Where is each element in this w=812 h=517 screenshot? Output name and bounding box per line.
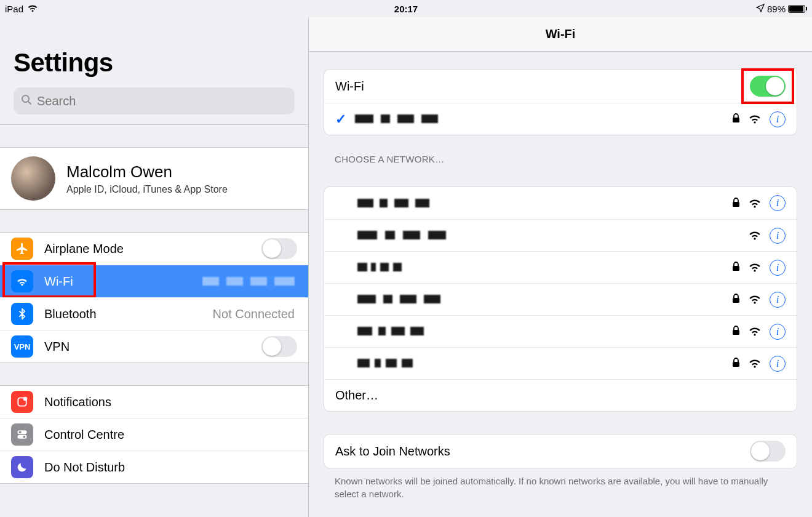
connected-ssid bbox=[355, 112, 447, 126]
lock-icon bbox=[732, 262, 740, 273]
page-title: Settings bbox=[0, 17, 308, 82]
lock-icon bbox=[732, 326, 740, 337]
svg-rect-10 bbox=[733, 266, 739, 271]
bluetooth-label: Bluetooth bbox=[44, 307, 213, 321]
search-field[interactable] bbox=[14, 87, 295, 114]
wifi-signal-icon bbox=[749, 295, 761, 304]
wifi-signal-icon bbox=[749, 114, 761, 124]
account-subtitle: Apple ID, iCloud, iTunes & App Store bbox=[66, 184, 228, 195]
wifi-master-toggle[interactable] bbox=[750, 76, 786, 97]
battery-icon bbox=[788, 5, 807, 13]
available-networks-list: i i i i i i Other… bbox=[324, 186, 797, 412]
network-ssid bbox=[357, 292, 450, 307]
wifi-signal-icon bbox=[749, 199, 761, 208]
detail-panel: Wi-Fi Wi-Fi ✓ bbox=[309, 17, 812, 517]
settings-sidebar: Settings Malcolm Owen Apple ID, iCloud, … bbox=[0, 17, 309, 517]
bluetooth-value: Not Connected bbox=[213, 307, 297, 321]
svg-rect-13 bbox=[733, 362, 739, 367]
info-button[interactable]: i bbox=[770, 356, 786, 372]
svg-point-6 bbox=[19, 431, 22, 433]
ask-to-join-row: Ask to Join Networks bbox=[324, 435, 797, 468]
lock-icon bbox=[732, 113, 740, 125]
sidebar-item-notifications[interactable]: Notifications bbox=[0, 386, 308, 418]
info-button[interactable]: i bbox=[770, 292, 786, 308]
info-button[interactable]: i bbox=[770, 324, 786, 340]
other-network-row[interactable]: Other… bbox=[324, 379, 797, 411]
battery-percent: 89% bbox=[767, 4, 786, 14]
network-ssid bbox=[357, 228, 456, 242]
ask-to-join-footer: Known networks will be joined automatica… bbox=[324, 468, 797, 500]
sidebar-item-do-not-disturb[interactable]: Do Not Disturb bbox=[0, 451, 308, 483]
lock-icon bbox=[732, 198, 740, 209]
search-input[interactable] bbox=[37, 94, 287, 108]
ask-to-join-label: Ask to Join Networks bbox=[335, 444, 450, 459]
network-row[interactable]: i bbox=[324, 219, 797, 251]
vpn-toggle[interactable] bbox=[261, 336, 297, 357]
vpn-label: VPN bbox=[44, 340, 261, 354]
svg-point-3 bbox=[23, 397, 28, 401]
sidebar-item-vpn[interactable]: VPN VPN bbox=[0, 330, 308, 363]
lock-icon bbox=[732, 294, 740, 305]
ask-to-join-toggle[interactable] bbox=[750, 441, 786, 462]
wifi-status-icon bbox=[27, 4, 38, 14]
network-ssid bbox=[357, 260, 407, 275]
svg-rect-11 bbox=[733, 298, 739, 303]
airplane-label: Airplane Mode bbox=[44, 242, 261, 256]
network-row[interactable]: i bbox=[324, 347, 797, 379]
account-name: Malcolm Owen bbox=[66, 162, 228, 182]
network-ssid bbox=[357, 324, 431, 339]
search-icon bbox=[21, 94, 32, 108]
notifications-icon bbox=[11, 391, 33, 413]
lock-icon bbox=[732, 358, 740, 369]
wifi-icon bbox=[11, 270, 33, 292]
other-label: Other… bbox=[335, 388, 378, 403]
svg-rect-12 bbox=[733, 330, 739, 335]
wifi-switch-label: Wi-Fi bbox=[335, 79, 364, 94]
network-row[interactable]: i bbox=[324, 315, 797, 347]
location-icon bbox=[756, 4, 765, 14]
info-button[interactable]: i bbox=[770, 228, 786, 244]
network-row[interactable]: i bbox=[324, 283, 797, 315]
info-button[interactable]: i bbox=[770, 260, 786, 276]
svg-line-1 bbox=[28, 102, 31, 104]
checkmark-icon: ✓ bbox=[335, 111, 346, 127]
wifi-switch-row: Wi-Fi bbox=[324, 70, 797, 103]
control-centre-icon bbox=[11, 423, 33, 446]
svg-rect-9 bbox=[733, 202, 739, 207]
airplane-icon bbox=[11, 238, 33, 260]
airplane-toggle[interactable] bbox=[261, 238, 297, 259]
vpn-icon: VPN bbox=[11, 335, 33, 358]
wifi-value bbox=[202, 275, 297, 289]
detail-title: Wi-Fi bbox=[309, 17, 812, 52]
network-ssid bbox=[357, 356, 419, 371]
network-row[interactable]: i bbox=[324, 187, 797, 219]
svg-rect-8 bbox=[733, 118, 739, 122]
wifi-signal-icon bbox=[749, 327, 761, 336]
svg-point-7 bbox=[23, 436, 25, 438]
apple-id-row[interactable]: Malcolm Owen Apple ID, iCloud, iTunes & … bbox=[0, 148, 308, 209]
avatar bbox=[11, 156, 55, 201]
device-label: iPad bbox=[5, 4, 23, 14]
bluetooth-icon bbox=[11, 303, 33, 325]
choose-network-header: Choose a Network… bbox=[324, 135, 797, 169]
sidebar-item-wifi[interactable]: Wi-Fi bbox=[0, 265, 308, 297]
sidebar-item-airplane-mode[interactable]: Airplane Mode bbox=[0, 233, 308, 265]
sidebar-item-bluetooth[interactable]: Bluetooth Not Connected bbox=[0, 297, 308, 330]
info-button[interactable]: i bbox=[770, 111, 786, 127]
network-row[interactable]: i bbox=[324, 251, 797, 283]
status-bar: iPad 20:17 89% bbox=[0, 0, 812, 17]
wifi-signal-icon bbox=[749, 359, 761, 368]
network-ssid bbox=[357, 196, 437, 210]
dnd-label: Do Not Disturb bbox=[44, 460, 297, 475]
sidebar-item-control-centre[interactable]: Control Centre bbox=[0, 418, 308, 451]
control-centre-label: Control Centre bbox=[44, 428, 297, 442]
notifications-label: Notifications bbox=[44, 395, 297, 409]
wifi-signal-icon bbox=[749, 263, 761, 272]
wifi-signal-icon bbox=[749, 231, 761, 240]
do-not-disturb-icon bbox=[11, 456, 33, 478]
wifi-label: Wi-Fi bbox=[44, 275, 202, 289]
connected-network-row[interactable]: ✓ i bbox=[324, 103, 797, 135]
info-button[interactable]: i bbox=[770, 195, 786, 211]
clock: 20:17 bbox=[394, 4, 418, 14]
